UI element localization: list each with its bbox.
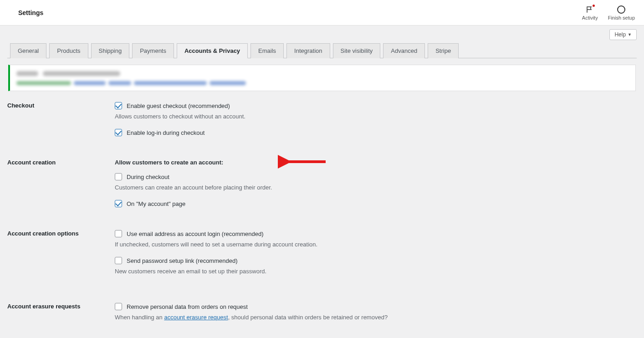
- tab-advanced[interactable]: Advanced: [383, 43, 425, 58]
- activity-label: Activity: [582, 15, 598, 20]
- section-account-options: Account creation options Use email addre…: [7, 230, 637, 284]
- help-label: Help: [614, 31, 626, 38]
- desc-during-checkout: Customers can create an account before p…: [115, 184, 637, 191]
- desc-use-email: If unchecked, customers will need to set…: [115, 241, 637, 248]
- finish-setup-button[interactable]: Finish setup: [608, 5, 635, 20]
- content: Help ▼ GeneralProductsShippingPaymentsAc…: [0, 26, 644, 338]
- label-during-checkout[interactable]: During checkout: [127, 174, 169, 180]
- erasure-request-link[interactable]: account erasure request: [164, 314, 228, 321]
- checkbox-send-pw[interactable]: [115, 257, 122, 264]
- checkbox-guest-checkout[interactable]: [115, 102, 122, 109]
- section-label: Account creation: [7, 159, 115, 211]
- circle-icon: [617, 5, 625, 14]
- flag-icon: [586, 5, 594, 14]
- activity-button[interactable]: Activity: [582, 5, 598, 20]
- checkbox-use-email[interactable]: [115, 230, 122, 237]
- checkbox-login-checkout[interactable]: [115, 129, 122, 136]
- erasure-desc-post: , should personal data within orders be …: [228, 314, 388, 321]
- finish-setup-label: Finish setup: [608, 15, 635, 20]
- tab-emails[interactable]: Emails: [250, 43, 284, 58]
- section-label: Checkout: [7, 102, 115, 140]
- tab-general[interactable]: General: [10, 43, 46, 58]
- page-title: Settings: [18, 9, 43, 16]
- erasure-desc-pre: When handling an: [115, 314, 164, 321]
- section-checkout: Checkout Enable guest checkout (recommen…: [7, 102, 637, 140]
- topbar: Settings Activity Finish setup: [0, 0, 644, 26]
- section-label: Account erasure requests: [7, 303, 115, 321]
- chevron-down-icon: ▼: [628, 32, 632, 37]
- checkbox-during-checkout[interactable]: [115, 173, 122, 180]
- label-remove-data[interactable]: Remove personal data from orders on requ…: [127, 303, 248, 310]
- desc-erasure: When handling an account erasure request…: [115, 314, 637, 321]
- section-label: Account creation options: [7, 230, 115, 284]
- settings-tabs: GeneralProductsShippingPaymentsAccounts …: [7, 43, 637, 58]
- account-creation-heading: Allow customers to create an account:: [115, 159, 637, 166]
- topbar-actions: Activity Finish setup: [582, 5, 635, 20]
- tab-integration[interactable]: Integration: [286, 43, 330, 58]
- label-use-email[interactable]: Use email address as account login (reco…: [127, 230, 264, 237]
- tab-shipping[interactable]: Shipping: [91, 43, 130, 58]
- checkbox-remove-data[interactable]: [115, 303, 122, 310]
- tab-payments[interactable]: Payments: [132, 43, 174, 58]
- label-login-checkout[interactable]: Enable log-in during checkout: [127, 129, 204, 136]
- admin-notice: [8, 65, 636, 91]
- section-erasure: Account erasure requests Remove personal…: [7, 303, 637, 321]
- label-guest-checkout[interactable]: Enable guest checkout (recommended): [127, 102, 230, 109]
- tab-site-visibility[interactable]: Site visibility: [333, 43, 381, 58]
- tab-products[interactable]: Products: [49, 43, 88, 58]
- label-my-account[interactable]: On "My account" page: [127, 200, 185, 207]
- desc-send-pw: New customers receive an email to set up…: [115, 268, 637, 275]
- help-button[interactable]: Help ▼: [609, 29, 637, 40]
- tab-stripe[interactable]: Stripe: [428, 43, 459, 58]
- section-account-creation: Account creation Allow customers to crea…: [7, 159, 637, 211]
- tab-accounts-privacy[interactable]: Accounts & Privacy: [177, 43, 248, 58]
- desc-guest-checkout: Allows customers to checkout without an …: [115, 113, 637, 120]
- label-send-pw[interactable]: Send password setup link (recommended): [127, 257, 238, 264]
- checkbox-my-account[interactable]: [115, 200, 122, 207]
